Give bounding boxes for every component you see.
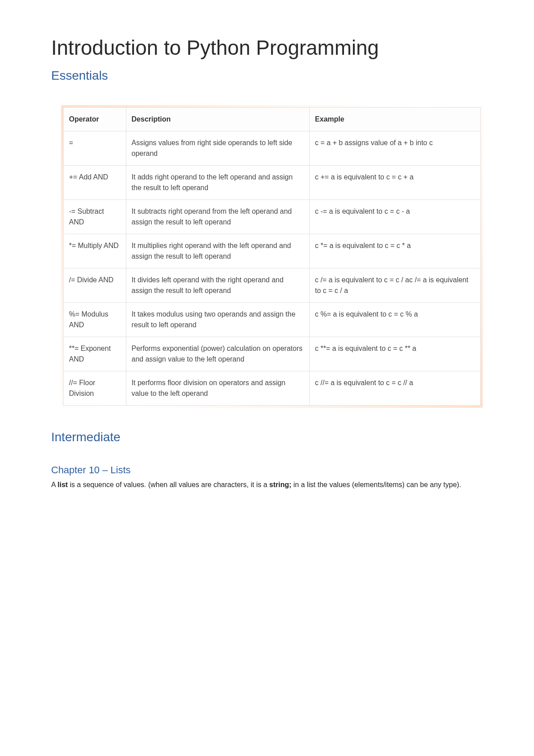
cell-example: c /= a is equivalent to c = c / ac /= a … [309, 268, 480, 303]
operators-table: Operator Description Example = Assigns v… [63, 107, 481, 406]
cell-example: c *= a is equivalent to c = c * a [309, 234, 480, 268]
cell-operator: /= Divide AND [64, 268, 126, 303]
cell-operator: **= Exponent AND [64, 337, 126, 371]
cell-description: Assigns values from right side operands … [126, 131, 309, 166]
paragraph-bold-string: string; [269, 481, 291, 488]
table-row: *= Multiply AND It multiplies right oper… [64, 234, 481, 268]
table-row: = Assigns values from right side operand… [64, 131, 481, 166]
essentials-heading: Essentials [51, 69, 483, 83]
table-row: -= Subtract AND It subtracts right opera… [64, 200, 481, 234]
paragraph-bold-list: list [57, 481, 68, 488]
table-row: /= Divide AND It divides left operand wi… [64, 268, 481, 303]
cell-description: It subtracts right operand from the left… [126, 200, 309, 234]
header-example: Example [309, 108, 480, 131]
cell-description: It performs floor division on operators … [126, 371, 309, 406]
table-row: += Add AND It adds right operand to the … [64, 166, 481, 200]
table-row: %= Modulus AND It takes modulus using tw… [64, 303, 481, 337]
cell-operator: += Add AND [64, 166, 126, 200]
header-operator: Operator [64, 108, 126, 131]
cell-description: It takes modulus using two operands and … [126, 303, 309, 337]
cell-operator: -= Subtract AND [64, 200, 126, 234]
paragraph-text: is a sequence of values. (when all value… [68, 481, 269, 488]
cell-description: It multiplies right operand with the lef… [126, 234, 309, 268]
cell-example: c = a + b assigns value of a + b into c [309, 131, 480, 166]
paragraph-text: A [51, 481, 57, 488]
cell-operator: %= Modulus AND [64, 303, 126, 337]
cell-example: c //= a is equivalent to c = c // a [309, 371, 480, 406]
table-header-row: Operator Description Example [64, 108, 481, 131]
operators-table-wrapper: Operator Description Example = Assigns v… [61, 105, 483, 408]
chapter10-heading: Chapter 10 – Lists [51, 464, 483, 476]
cell-example: c **= a is equivalent to c = c ** a [309, 337, 480, 371]
intermediate-heading: Intermediate [51, 430, 483, 444]
cell-operator: *= Multiply AND [64, 234, 126, 268]
paragraph-text: in a list the values (elements/items) ca… [291, 481, 461, 488]
cell-example: c -= a is equivalent to c = c - a [309, 200, 480, 234]
cell-operator: //= Floor Division [64, 371, 126, 406]
page-title: Introduction to Python Programming [51, 36, 483, 60]
cell-example: c += a is equivalent to c = c + a [309, 166, 480, 200]
cell-description: Performs exponential (power) calculation… [126, 337, 309, 371]
cell-operator: = [64, 131, 126, 166]
header-description: Description [126, 108, 309, 131]
cell-description: It adds right operand to the left operan… [126, 166, 309, 200]
cell-example: c %= a is equivalent to c = c % a [309, 303, 480, 337]
table-row: **= Exponent AND Performs exponential (p… [64, 337, 481, 371]
cell-description: It divides left operand with the right o… [126, 268, 309, 303]
table-row: //= Floor Division It performs floor div… [64, 371, 481, 406]
chapter10-paragraph: A list is a sequence of values. (when al… [51, 480, 483, 490]
